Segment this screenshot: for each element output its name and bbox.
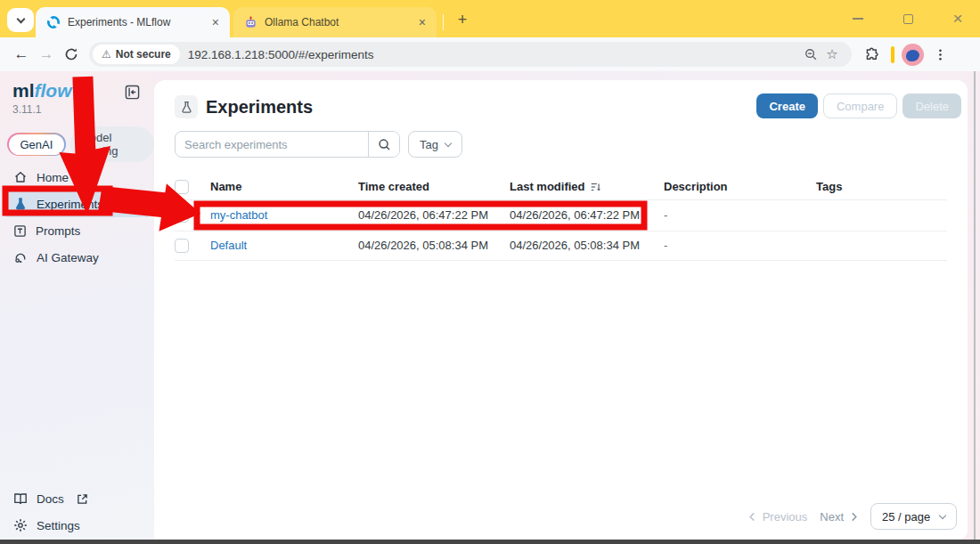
tab-title: Ollama Chatbot: [265, 16, 417, 28]
sidebar-item-ai-gateway[interactable]: AI Gateway: [4, 244, 150, 271]
mlflow-logo[interactable]: mlflow˙: [12, 80, 76, 101]
experiment-link[interactable]: Default: [210, 239, 358, 252]
time-created-cell: 04/26/2026, 05:08:34 PM: [358, 239, 510, 252]
version-label: 3.11.1: [12, 103, 41, 116]
warning-icon: ⚠: [102, 48, 111, 61]
sidebar-nav: Home Experiments Prompts AI Gateway: [4, 164, 150, 271]
chevron-down-icon: [939, 511, 946, 518]
compare-button[interactable]: Compare: [823, 93, 897, 118]
browser-toolbar: ← → ⚠ Not secure 192.168.1.218:5000/#/ex…: [0, 37, 980, 71]
minimize-button[interactable]: [846, 7, 870, 30]
column-header-tags[interactable]: Tags: [816, 180, 947, 193]
column-header-last-modified[interactable]: Last modified: [510, 180, 664, 193]
search-box: [175, 131, 400, 158]
column-header-time-created[interactable]: Time created: [358, 180, 510, 193]
zoom-out-icon: [804, 48, 818, 61]
sidebar-item-docs[interactable]: Docs: [4, 485, 150, 512]
mode-toggle: GenAI Model training: [7, 126, 154, 162]
window-bottom-border: [0, 540, 980, 544]
profile-avatar[interactable]: [902, 44, 924, 66]
not-secure-label: Not secure: [116, 48, 171, 61]
time-created-cell: 04/26/2026, 06:47:22 PM: [358, 208, 510, 222]
forward-button[interactable]: →: [34, 42, 59, 67]
next-page-button[interactable]: Next: [820, 510, 858, 524]
sidebar-item-settings[interactable]: Settings: [4, 512, 150, 539]
kebab-menu-icon: [934, 48, 947, 61]
mlflow-app: mlflow˙ 3.11.1 GenAI Model training Home…: [0, 71, 980, 540]
tab-close-icon[interactable]: ×: [417, 15, 428, 29]
home-icon: [13, 170, 28, 184]
experiments-flask-icon: [13, 197, 28, 211]
avatar-image: [906, 50, 919, 61]
tab-close-icon[interactable]: ×: [210, 15, 221, 29]
tab-search-button[interactable]: [7, 8, 34, 32]
new-tab-button[interactable]: +: [451, 8, 474, 31]
chevron-right-icon: [851, 512, 858, 522]
genai-toggle[interactable]: GenAI: [7, 133, 66, 156]
description-cell: -: [664, 239, 816, 252]
puzzle-icon: [864, 47, 879, 62]
pinned-extension-indicator: [891, 46, 894, 63]
delete-button[interactable]: Delete: [902, 93, 961, 118]
extensions-button[interactable]: [859, 42, 884, 67]
reload-button[interactable]: [59, 42, 84, 67]
description-cell: -: [664, 208, 816, 222]
reload-icon: [64, 47, 78, 61]
gear-icon: [13, 518, 28, 532]
scrollbar-track[interactable]: [974, 71, 976, 540]
page-title: Experiments: [206, 97, 313, 118]
table-row-my-chatbot[interactable]: my-chatbot 04/26/2026, 06:47:22 PM 04/26…: [175, 199, 947, 231]
page-title-icon-box: [175, 95, 198, 118]
table-row-default[interactable]: Default 04/26/2026, 05:08:34 PM 04/26/20…: [175, 231, 947, 262]
sidebar-footer: Docs Settings: [4, 485, 150, 539]
sidebar-item-experiments[interactable]: Experiments: [4, 191, 150, 217]
column-header-name[interactable]: Name: [210, 180, 358, 193]
last-modified-cell: 04/26/2026, 06:47:22 PM: [510, 208, 664, 222]
close-button[interactable]: ×: [946, 7, 969, 30]
mlflow-favicon: [46, 15, 61, 29]
chevron-down-icon: [445, 139, 452, 146]
tag-filter-dropdown[interactable]: Tag: [408, 131, 462, 158]
zoom-out-button[interactable]: [800, 48, 821, 61]
search-icon: [378, 138, 391, 151]
search-button[interactable]: [368, 132, 399, 157]
collapse-panel-icon: [125, 85, 140, 100]
previous-page-button[interactable]: Previous: [748, 510, 808, 524]
column-header-description[interactable]: Description: [664, 180, 816, 193]
ai-gateway-icon: [13, 250, 28, 264]
sidebar-item-prompts[interactable]: Prompts: [4, 217, 150, 244]
create-button[interactable]: Create: [756, 93, 817, 118]
experiments-page: Experiments Create Compare Delete Tag: [154, 80, 968, 540]
row-checkbox[interactable]: [175, 208, 189, 223]
url-text[interactable]: 192.168.1.218:5000/#/experiments: [188, 48, 800, 61]
sidebar-item-home[interactable]: Home: [4, 164, 150, 191]
not-secure-chip[interactable]: ⚠ Not secure: [93, 45, 180, 64]
browser-window: Experiments - MLflow × Ollama Chatbot × …: [0, 0, 980, 544]
select-all-checkbox[interactable]: [175, 180, 189, 194]
maximize-button[interactable]: [896, 7, 919, 30]
sidebar-collapse-button[interactable]: [125, 85, 140, 103]
experiments-flask-icon: [180, 101, 193, 114]
browser-menu-button[interactable]: [927, 42, 952, 67]
robot-favicon: [244, 16, 257, 29]
tab-experiments-mlflow[interactable]: Experiments - MLflow ×: [36, 7, 230, 37]
page-size-select[interactable]: 25 / page: [870, 503, 957, 530]
model-training-toggle[interactable]: Model training: [70, 126, 154, 162]
minimize-icon: [853, 18, 863, 20]
table-header-row: Name Time created Last modified Descript…: [175, 174, 947, 199]
maximize-icon: [903, 14, 913, 24]
back-button[interactable]: ←: [9, 42, 34, 67]
sort-descending-icon: [590, 181, 602, 193]
tab-ollama-chatbot[interactable]: Ollama Chatbot ×: [233, 7, 437, 37]
search-input[interactable]: [176, 132, 368, 157]
experiment-link[interactable]: my-chatbot: [210, 208, 358, 222]
prompts-icon: [13, 224, 27, 238]
docs-book-icon: [13, 491, 28, 506]
address-bar[interactable]: ⚠ Not secure 192.168.1.218:5000/#/experi…: [89, 42, 852, 67]
row-checkbox[interactable]: [175, 239, 189, 253]
last-modified-cell: 04/26/2026, 05:08:34 PM: [510, 239, 664, 252]
tab-strip: Experiments - MLflow × Ollama Chatbot × …: [0, 0, 980, 37]
sidebar: mlflow˙ 3.11.1 GenAI Model training Home…: [0, 71, 154, 540]
bookmark-star-button[interactable]: ☆: [821, 46, 843, 62]
pagination: Previous Next 25 / page: [748, 503, 957, 530]
